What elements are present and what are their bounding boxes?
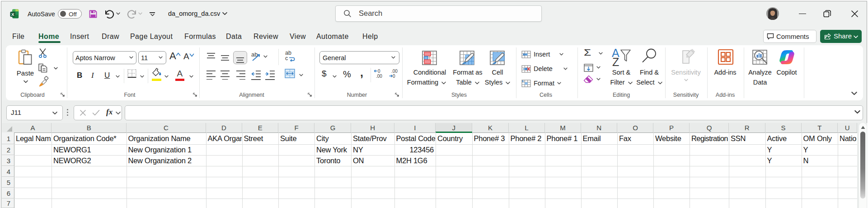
svg-text:0: 0 (393, 74, 395, 79)
svg-text:Z: Z (612, 56, 619, 66)
svg-text:.00: .00 (391, 69, 398, 74)
svg-text:.00: .00 (376, 74, 382, 79)
svg-text:X: X (11, 12, 14, 17)
svg-text:0: 0 (378, 69, 380, 74)
svg-text:c: c (285, 55, 288, 61)
